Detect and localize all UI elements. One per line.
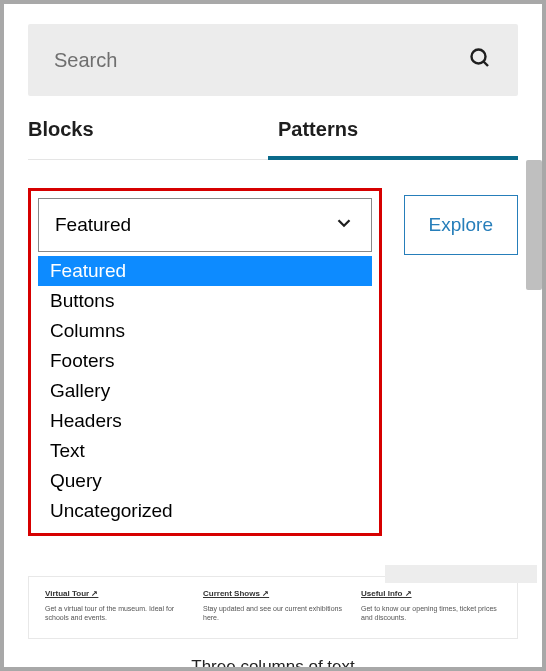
category-dropdown: Featured Buttons Columns Footers Gallery… — [38, 256, 372, 526]
dropdown-option-uncategorized[interactable]: Uncategorized — [38, 496, 372, 526]
search-icon[interactable] — [468, 46, 492, 74]
tabs: Blocks Patterns — [28, 118, 518, 160]
preview-col-3: Useful Info ↗ Get to know our opening ti… — [361, 589, 501, 622]
search-input[interactable] — [54, 49, 468, 72]
preview-col-1: Virtual Tour ↗ Get a virtual tour of the… — [45, 589, 185, 622]
search-bar — [28, 24, 518, 96]
inserter-panel: Blocks Patterns Featured Featured Button… — [4, 4, 542, 667]
category-highlight: Featured Featured Buttons Columns Footer… — [28, 188, 382, 536]
preview-col-2: Current Shows ↗ Stay updated and see our… — [203, 589, 343, 622]
scrollbar-thumb[interactable] — [526, 160, 542, 290]
dropdown-option-headers[interactable]: Headers — [38, 406, 372, 436]
tab-blocks[interactable]: Blocks — [28, 118, 268, 159]
dropdown-option-footers[interactable]: Footers — [38, 346, 372, 376]
tab-patterns[interactable]: Patterns — [268, 118, 518, 159]
svg-line-1 — [484, 62, 489, 67]
preview-col-title: Useful Info ↗ — [361, 589, 412, 598]
dropdown-option-featured[interactable]: Featured — [38, 256, 372, 286]
category-select[interactable]: Featured — [38, 198, 372, 252]
dropdown-option-text[interactable]: Text — [38, 436, 372, 466]
category-select-value: Featured — [55, 214, 131, 236]
pattern-caption: Three columns of text — [28, 657, 518, 667]
content-area: Featured Featured Buttons Columns Footer… — [28, 160, 518, 653]
preview-col-body: Get a virtual tour of the museum. Ideal … — [45, 604, 185, 622]
dropdown-option-buttons[interactable]: Buttons — [38, 286, 372, 316]
preview-col-title: Virtual Tour ↗ — [45, 589, 98, 598]
preview-overlay — [385, 565, 537, 583]
preview-columns: Virtual Tour ↗ Get a virtual tour of the… — [45, 589, 501, 622]
dropdown-option-query[interactable]: Query — [38, 466, 372, 496]
preview-col-title: Current Shows ↗ — [203, 589, 269, 598]
chevron-down-icon — [333, 212, 355, 239]
dropdown-option-columns[interactable]: Columns — [38, 316, 372, 346]
preview-col-body: Stay updated and see our current exhibit… — [203, 604, 343, 622]
preview-col-body: Get to know our opening times, ticket pr… — [361, 604, 501, 622]
controls-row: Featured Featured Buttons Columns Footer… — [28, 188, 518, 536]
explore-button[interactable]: Explore — [404, 195, 518, 255]
dropdown-option-gallery[interactable]: Gallery — [38, 376, 372, 406]
pattern-preview[interactable]: Virtual Tour ↗ Get a virtual tour of the… — [28, 576, 518, 639]
svg-point-0 — [472, 50, 486, 64]
